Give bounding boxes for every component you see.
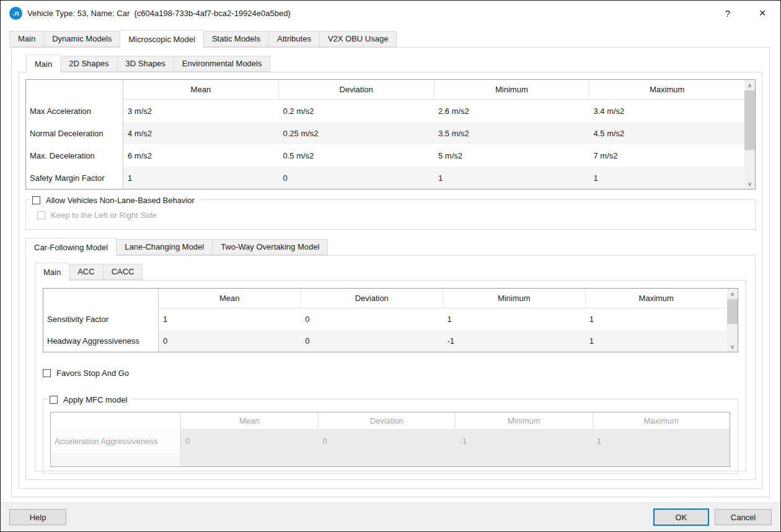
car-following-pane: Main ACC CACC Mean Deviation Minimum <box>25 255 756 480</box>
scrollbar-thumb[interactable] <box>727 299 738 324</box>
table-cell[interactable]: 4 m/s2 <box>123 122 279 144</box>
table-cell[interactable]: 1 <box>585 308 727 330</box>
table-cell[interactable]: 7 m/s2 <box>589 144 745 167</box>
cf-main-pane: Mean Deviation Minimum Maximum Sensitivi… <box>35 280 746 471</box>
model-tab-bar: Car-Following Model Lane-Changing Model … <box>25 238 756 255</box>
checkbox-apply-mfc-model[interactable]: Apply MFC model <box>50 395 127 404</box>
checkbox-box[interactable] <box>50 396 58 404</box>
table-cell[interactable]: 1 <box>589 167 745 189</box>
table-cell[interactable]: 0 <box>301 330 443 352</box>
micro-main-pane: Mean Deviation Minimum Maximum Max Accel… <box>19 72 762 489</box>
column-header-maximum: Maximum <box>593 412 730 430</box>
row-label: Sensitivity Factor <box>43 308 159 330</box>
tab-cacc[interactable]: CACC <box>103 264 143 280</box>
scroll-up-icon[interactable]: ∧ <box>744 80 755 90</box>
table-cell[interactable]: 6 m/s2 <box>123 144 279 167</box>
table-cell: 0 <box>318 430 455 453</box>
aimsun-logo-icon: .n <box>9 7 22 20</box>
table-cell[interactable]: 4.5 m/s2 <box>589 122 745 144</box>
tab-2d-shapes[interactable]: 2D Shapes <box>60 56 117 72</box>
column-header-maximum: Maximum <box>589 80 744 100</box>
vertical-scrollbar[interactable]: ∧ ∨ <box>727 289 738 352</box>
column-header-mean: Mean <box>181 412 318 430</box>
table-cell[interactable]: 0 <box>301 308 443 330</box>
table-cell[interactable]: -1 <box>443 330 585 352</box>
table-cell[interactable]: 1 <box>434 167 589 189</box>
table-cell[interactable]: 0.2 m/s2 <box>279 100 435 122</box>
scroll-up-icon[interactable]: ∧ <box>727 289 738 299</box>
table-header-row: Mean Deviation Minimum Maximum <box>51 412 730 430</box>
column-header-deviation: Deviation <box>318 412 456 430</box>
table-cell[interactable]: 1 <box>123 167 279 189</box>
table-cell[interactable]: 3.4 m/s2 <box>589 100 745 122</box>
checkbox-keep-left-right: Keep to the Left or Right Side <box>37 211 755 220</box>
table-cell: 0 <box>181 430 318 453</box>
tab-static-models[interactable]: Static Models <box>203 31 269 47</box>
scroll-down-icon[interactable]: ∨ <box>744 178 755 189</box>
apply-mfc-group: Apply MFC model Mean Deviation Minim <box>43 399 738 474</box>
table-cell: -1 <box>456 430 593 453</box>
checkbox-label: Keep to the Left or Right Side <box>51 211 157 220</box>
tab-acc[interactable]: ACC <box>69 264 103 280</box>
row-label: Headway Aggressiveness <box>43 330 159 352</box>
checkbox-label: Favors Stop And Go <box>56 368 129 378</box>
table-row: Max Acceleration 3 m/s2 0.2 m/s2 2.6 m/s… <box>26 100 744 122</box>
scrollbar-thumb[interactable] <box>744 90 755 150</box>
tab-environmental-models[interactable]: Environmental Models <box>174 56 271 72</box>
checkbox-box[interactable] <box>32 196 40 204</box>
table-row: Acceleration Aggressiveness 0 0 -1 1 <box>51 430 730 453</box>
tab-attributes[interactable]: Attributes <box>268 31 320 47</box>
table-cell[interactable]: 5 m/s2 <box>434 144 589 167</box>
tab-dynamic-models[interactable]: Dynamic Models <box>43 31 120 47</box>
tab-microscopic-model[interactable]: Microscopic Model <box>120 30 204 48</box>
mfc-table: Mean Deviation Minimum Maximum Accelerat… <box>50 412 730 467</box>
tab-3d-shapes[interactable]: 3D Shapes <box>117 56 174 72</box>
parameters-table: Mean Deviation Minimum Maximum Max Accel… <box>25 79 756 190</box>
table-cell[interactable]: 0.5 m/s2 <box>279 144 435 167</box>
table-cell[interactable]: 3.5 m/s2 <box>434 122 589 144</box>
header-spacer <box>43 289 159 308</box>
table-cell[interactable]: 1 <box>159 308 301 330</box>
tab-cf-main[interactable]: Main <box>35 263 69 281</box>
tab-two-way-overtaking-model[interactable]: Two-Way Overtaking Model <box>212 239 328 255</box>
row-label: Max. Deceleration <box>26 144 123 167</box>
checkbox-box[interactable] <box>43 369 51 377</box>
table-cell[interactable]: 2.6 m/s2 <box>434 100 589 122</box>
checkbox-allow-non-lane-based[interactable]: Allow Vehicles Non-Lane-Based Behavior <box>32 196 195 205</box>
table-header-row: Mean Deviation Minimum Maximum <box>43 289 727 308</box>
table-cell[interactable]: 0 <box>159 330 301 352</box>
non-lane-based-group: Allow Vehicles Non-Lane-Based Behavior K… <box>25 199 756 230</box>
column-header-deviation: Deviation <box>301 289 443 308</box>
dialog-content: Main Dynamic Models Microscopic Model St… <box>1 25 780 502</box>
help-button[interactable]: Help <box>9 509 66 525</box>
header-spacer <box>51 412 181 430</box>
tab-car-following-model[interactable]: Car-Following Model <box>25 238 117 256</box>
tab-v2x-obu-usage[interactable]: V2X OBU Usage <box>319 31 397 47</box>
column-header-minimum: Minimum <box>443 289 585 308</box>
close-icon[interactable]: × <box>754 6 770 20</box>
table-cell[interactable]: 1 <box>585 330 727 352</box>
checkbox-favors-stop-and-go[interactable]: Favors Stop And Go <box>43 368 738 378</box>
table-row: Sensitivity Factor 1 0 1 1 <box>43 308 727 330</box>
scroll-down-icon[interactable]: ∨ <box>727 341 738 352</box>
table-cell[interactable]: 1 <box>443 308 585 330</box>
cancel-button[interactable]: Cancel <box>715 509 772 525</box>
table-header-row: Mean Deviation Minimum Maximum <box>26 80 744 100</box>
microscopic-model-pane: Main 2D Shapes 3D Shapes Environmental M… <box>11 47 770 497</box>
tab-main[interactable]: Main <box>9 31 44 47</box>
ok-button[interactable]: OK <box>653 508 709 526</box>
table-row: Normal Deceleration 4 m/s2 0.25 m/s2 3.5… <box>26 122 744 144</box>
vertical-scrollbar[interactable]: ∧ ∨ <box>744 80 755 189</box>
checkbox-box <box>37 211 45 219</box>
tab-micro-main[interactable]: Main <box>26 55 61 72</box>
table-cell[interactable]: 0 <box>279 167 435 189</box>
table-cell: 1 <box>593 430 730 453</box>
column-header-mean: Mean <box>123 80 278 100</box>
checkbox-label: Apply MFC model <box>63 395 127 404</box>
tab-lane-changing-model[interactable]: Lane-Changing Model <box>116 239 213 255</box>
column-header-maximum: Maximum <box>585 289 728 308</box>
table-cell[interactable]: 0.25 m/s2 <box>279 122 435 144</box>
window-help-button[interactable]: ? <box>720 6 736 20</box>
window-title: Vehicle Type: 53, Name: Car {c604a198-73… <box>27 9 291 18</box>
table-cell[interactable]: 3 m/s2 <box>123 100 279 122</box>
